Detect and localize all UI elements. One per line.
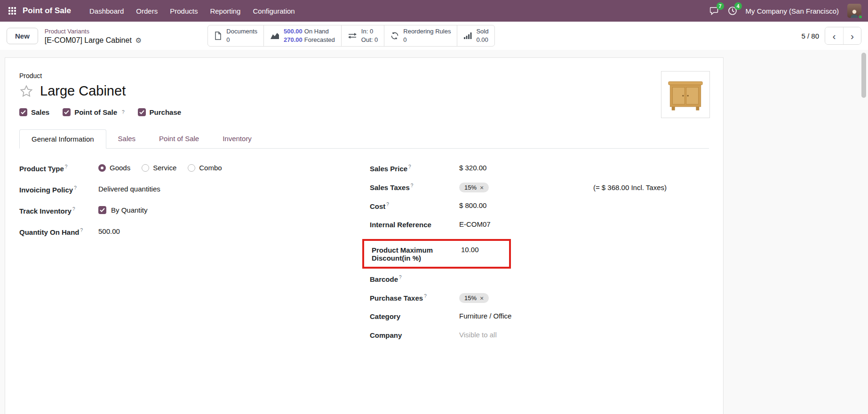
pos-toggle-label: Point of Sale — [74, 108, 117, 116]
transfer-arrows-icon — [348, 32, 357, 40]
stat-button-reordering-rules[interactable]: Reordering Rules 0 — [384, 25, 457, 47]
quantity-on-hand-value[interactable]: 500.00 — [98, 227, 370, 235]
company-value[interactable]: Visible to all — [459, 331, 696, 339]
help-marker: ? — [80, 228, 83, 233]
field-max-discount: Product Maximum Discount(in %) 10.00 — [372, 246, 509, 262]
pos-help-marker: ? — [122, 110, 125, 115]
sales-toggle-label: Sales — [31, 108, 49, 116]
help-marker: ? — [424, 294, 427, 299]
area-chart-icon — [270, 32, 279, 40]
pager-count: 5 / 80 — [801, 32, 819, 40]
max-discount-label: Product Maximum Discount(in %) — [372, 246, 461, 262]
forecasted-label: Forecasted — [304, 36, 335, 44]
on-hand-label: On Hand — [304, 27, 329, 36]
reordering-label: Reordering Rules — [403, 27, 451, 36]
sales-price-value[interactable]: $ 320.00 — [459, 164, 696, 172]
new-button[interactable]: New — [7, 28, 38, 44]
field-category: Category Furniture / Office — [370, 312, 696, 323]
internal-reference-value[interactable]: E-COM07 — [459, 220, 696, 228]
track-inventory-checkbox[interactable] — [98, 206, 106, 214]
radio-goods-input[interactable] — [98, 164, 106, 172]
sales-price-label: Sales Price? — [370, 164, 459, 173]
category-value[interactable]: Furniture / Office — [459, 312, 696, 320]
internal-reference-label: Internal Reference — [370, 220, 459, 229]
max-discount-value[interactable]: 10.00 — [461, 246, 509, 254]
breadcrumb-current: [E-COM07] Large Cabinet — [45, 36, 132, 46]
menu-dashboard[interactable]: Dashboard — [83, 1, 130, 21]
sales-checkbox[interactable] — [19, 108, 27, 116]
cost-label: Cost? — [370, 201, 459, 210]
highlight-annotation-box: Product Maximum Discount(in %) 10.00 — [362, 239, 511, 269]
menu-configuration[interactable]: Configuration — [247, 1, 301, 21]
tab-general-information[interactable]: General Information — [19, 129, 106, 149]
toggle-purchase[interactable]: Purchase — [138, 108, 182, 116]
help-marker: ? — [408, 164, 411, 169]
product-name-title[interactable]: Large Cabinet — [40, 83, 126, 99]
tab-sales[interactable]: Sales — [106, 129, 148, 148]
radio-service[interactable]: Service — [142, 164, 176, 172]
track-inventory-value[interactable]: By Quantity — [111, 206, 148, 214]
product-image[interactable] — [661, 71, 710, 118]
purchase-tax-tag-label: 15% — [464, 295, 477, 302]
sales-tax-tag-label: 15% — [464, 184, 477, 191]
pager-next-button[interactable]: › — [843, 27, 861, 44]
radio-combo-input[interactable] — [188, 164, 195, 172]
pos-checkbox[interactable] — [63, 108, 71, 116]
field-quantity-on-hand: Quantity On Hand? 500.00 — [19, 227, 370, 239]
company-switcher[interactable]: My Company (San Francisco) — [746, 7, 839, 15]
pager-previous-button[interactable]: ‹ — [825, 27, 843, 44]
radio-goods[interactable]: Goods — [98, 164, 130, 172]
on-hand-value: 500.00 — [284, 27, 303, 36]
radio-combo[interactable]: Combo — [188, 164, 222, 172]
tab-point-of-sale[interactable]: Point of Sale — [147, 129, 211, 148]
field-purchase-taxes: Purchase Taxes? 15%× — [370, 293, 696, 304]
stat-button-on-hand[interactable]: 500.00On Hand 270.00Forecasted — [263, 25, 342, 47]
category-label: Category — [370, 312, 459, 320]
navbar-systray: 7 4 My Company (San Francisco) — [710, 4, 861, 18]
help-marker: ? — [74, 185, 77, 191]
sales-tax-tag[interactable]: 15%× — [459, 183, 489, 192]
purchase-tax-tag[interactable]: 15%× — [459, 293, 489, 303]
actions-gear-icon[interactable]: ⚙ — [135, 36, 142, 45]
remove-tag-icon[interactable]: × — [480, 295, 484, 302]
purchase-taxes-label: Purchase Taxes? — [370, 293, 459, 302]
favorite-star-icon[interactable] — [19, 84, 33, 98]
stat-button-group: Documents 0 500.00On Hand 270.00Forecast… — [207, 25, 495, 47]
purchase-checkbox[interactable] — [138, 108, 146, 116]
quantity-on-hand-label: Quantity On Hand? — [19, 227, 98, 236]
help-marker: ? — [65, 164, 68, 169]
bar-chart-icon — [463, 32, 472, 40]
barcode-label: Barcode? — [370, 274, 459, 283]
menu-reporting[interactable]: Reporting — [204, 1, 247, 21]
scrollbar-thumb[interactable] — [861, 53, 866, 98]
stat-button-sold[interactable]: Sold 0.00 — [457, 25, 495, 47]
stat-button-documents[interactable]: Documents 0 — [207, 25, 264, 47]
forecasted-value: 270.00 — [284, 36, 303, 44]
activities-button[interactable]: 4 — [728, 6, 737, 16]
scrollbar[interactable] — [861, 53, 867, 413]
invoicing-policy-label: Invoicing Policy? — [19, 185, 98, 194]
cost-value[interactable]: $ 800.00 — [459, 201, 696, 209]
field-product-type: Product Type? Goods Service Combo — [19, 164, 370, 175]
reordering-count: 0 — [403, 36, 406, 44]
main-menu: Dashboard Orders Products Reporting Conf… — [83, 1, 301, 21]
help-marker: ? — [399, 275, 402, 280]
field-sales-price: Sales Price? $ 320.00 — [370, 164, 696, 175]
tab-inventory[interactable]: Inventory — [211, 129, 263, 148]
toggle-point-of-sale[interactable]: Point of Sale ? — [63, 108, 124, 116]
user-avatar[interactable] — [847, 4, 861, 18]
stat-button-in-out[interactable]: In: 0 Out: 0 — [341, 25, 384, 47]
menu-orders[interactable]: Orders — [130, 1, 164, 21]
breadcrumb-product-variants[interactable]: Product Variants — [45, 28, 89, 36]
invoicing-policy-value[interactable]: Delivered quantities — [98, 185, 370, 193]
menu-products[interactable]: Products — [164, 1, 204, 21]
app-name[interactable]: Point of Sale — [23, 6, 71, 16]
remove-tag-icon[interactable]: × — [480, 184, 484, 191]
stat-value: 0 — [226, 36, 230, 44]
messages-button[interactable]: 7 — [710, 6, 719, 16]
online-status-dot — [858, 15, 863, 19]
toggle-sales[interactable]: Sales — [19, 108, 49, 116]
apps-menu-icon[interactable] — [7, 5, 18, 16]
document-icon — [214, 32, 222, 40]
radio-service-input[interactable] — [142, 164, 149, 172]
